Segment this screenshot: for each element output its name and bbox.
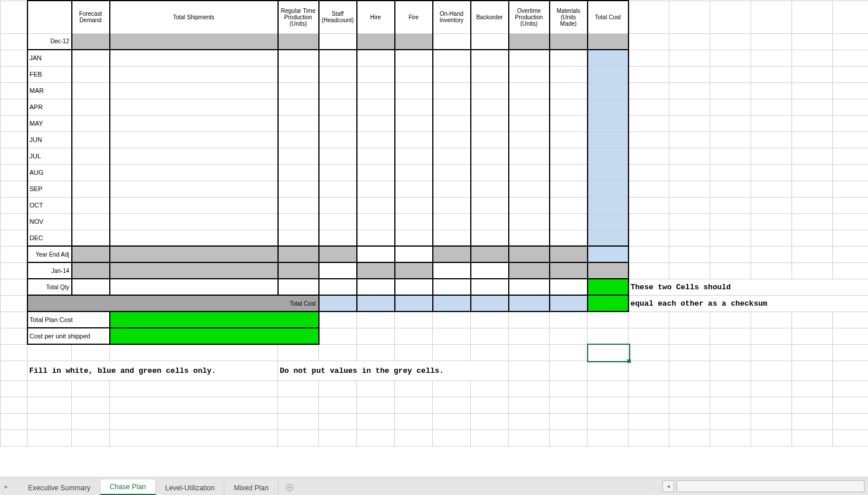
- cell[interactable]: [319, 413, 357, 430]
- cell[interactable]: [833, 430, 869, 446]
- cell[interactable]: [357, 262, 395, 279]
- cell[interactable]: [319, 344, 357, 361]
- cell[interactable]: [433, 230, 471, 246]
- cell[interactable]: [433, 181, 471, 197]
- cell[interactable]: [395, 344, 433, 361]
- cell[interactable]: [319, 262, 357, 279]
- cell[interactable]: [588, 328, 629, 344]
- cell[interactable]: [588, 430, 629, 446]
- cell[interactable]: [792, 1, 833, 33]
- cell[interactable]: [357, 82, 395, 99]
- cell[interactable]: [550, 131, 588, 148]
- row-label-total-cost[interactable]: Total Cost: [27, 295, 319, 311]
- cell[interactable]: [588, 361, 629, 380]
- header-hire[interactable]: Hire: [357, 1, 395, 33]
- cell[interactable]: [433, 279, 471, 295]
- cell[interactable]: [278, 131, 319, 148]
- cell[interactable]: [833, 1, 869, 33]
- cell[interactable]: [509, 164, 550, 181]
- cell[interactable]: [357, 413, 395, 430]
- cell[interactable]: [710, 311, 751, 328]
- row-label-month[interactable]: JAN: [27, 50, 72, 66]
- cell[interactable]: [1, 230, 27, 246]
- cell[interactable]: [110, 397, 278, 413]
- row-label-month[interactable]: MAY: [27, 115, 72, 131]
- cell[interactable]: [471, 344, 509, 361]
- cell[interactable]: [792, 99, 833, 115]
- cell[interactable]: [395, 50, 433, 66]
- row-label-month[interactable]: FEB: [27, 66, 72, 82]
- cell[interactable]: [669, 213, 710, 230]
- row-label-month[interactable]: AUG: [27, 164, 72, 181]
- cell[interactable]: [669, 328, 710, 344]
- cell[interactable]: [833, 328, 869, 344]
- cell[interactable]: [833, 413, 869, 430]
- cell[interactable]: [278, 181, 319, 197]
- cell[interactable]: [278, 50, 319, 66]
- cell[interactable]: [509, 279, 550, 295]
- cell[interactable]: [357, 311, 395, 328]
- cell[interactable]: [669, 230, 710, 246]
- cell[interactable]: [629, 213, 669, 230]
- cell[interactable]: [110, 413, 278, 430]
- header-materials[interactable]: Materials (Units Made): [550, 1, 588, 33]
- cell[interactable]: [751, 246, 792, 262]
- cell[interactable]: [357, 115, 395, 131]
- header-backorder[interactable]: Backorder: [471, 1, 509, 33]
- cell[interactable]: [319, 181, 357, 197]
- cell[interactable]: [509, 311, 550, 328]
- cell[interactable]: [550, 33, 588, 50]
- cell[interactable]: [509, 413, 550, 430]
- cell[interactable]: [357, 295, 395, 311]
- row-label-jan14[interactable]: Jan-14: [27, 262, 72, 279]
- cell[interactable]: [471, 148, 509, 164]
- cell[interactable]: [629, 197, 669, 213]
- cell[interactable]: [357, 430, 395, 446]
- cell[interactable]: [629, 181, 669, 197]
- header-staff-headcount[interactable]: Staff (Headcount): [319, 1, 357, 33]
- cell[interactable]: [319, 397, 357, 413]
- cell[interactable]: [833, 82, 869, 99]
- cell[interactable]: [471, 413, 509, 430]
- cell[interactable]: [433, 164, 471, 181]
- cell[interactable]: [319, 99, 357, 115]
- cell[interactable]: [72, 115, 110, 131]
- cell[interactable]: [833, 230, 869, 246]
- cell[interactable]: [669, 197, 710, 213]
- cell[interactable]: [319, 115, 357, 131]
- cell[interactable]: [509, 295, 550, 311]
- cell[interactable]: [433, 328, 471, 344]
- cell[interactable]: [669, 66, 710, 82]
- cell[interactable]: [1, 82, 27, 99]
- cell[interactable]: [433, 115, 471, 131]
- cell[interactable]: [72, 82, 110, 99]
- row-label-year-end-adj[interactable]: Year End Adj: [27, 246, 72, 262]
- cell[interactable]: [395, 328, 433, 344]
- cell[interactable]: [550, 311, 588, 328]
- cell[interactable]: [319, 33, 357, 50]
- cell[interactable]: [629, 82, 669, 99]
- cell[interactable]: [833, 213, 869, 230]
- cell[interactable]: [471, 164, 509, 181]
- cell[interactable]: [509, 33, 550, 50]
- cell[interactable]: [278, 397, 319, 413]
- cell[interactable]: [588, 82, 629, 99]
- cell[interactable]: [319, 82, 357, 99]
- cell[interactable]: [509, 148, 550, 164]
- cell[interactable]: [110, 181, 278, 197]
- cell[interactable]: [72, 213, 110, 230]
- cell[interactable]: [278, 380, 319, 397]
- cell[interactable]: [357, 344, 395, 361]
- cell[interactable]: [588, 311, 629, 328]
- cell[interactable]: [1, 50, 27, 66]
- cell[interactable]: [471, 33, 509, 50]
- cell[interactable]: [509, 181, 550, 197]
- cell[interactable]: [751, 115, 792, 131]
- cell[interactable]: [433, 50, 471, 66]
- cell[interactable]: [433, 82, 471, 99]
- cell[interactable]: [792, 115, 833, 131]
- cell[interactable]: [751, 50, 792, 66]
- cell[interactable]: [629, 99, 669, 115]
- cell[interactable]: [509, 397, 550, 413]
- cell[interactable]: [550, 230, 588, 246]
